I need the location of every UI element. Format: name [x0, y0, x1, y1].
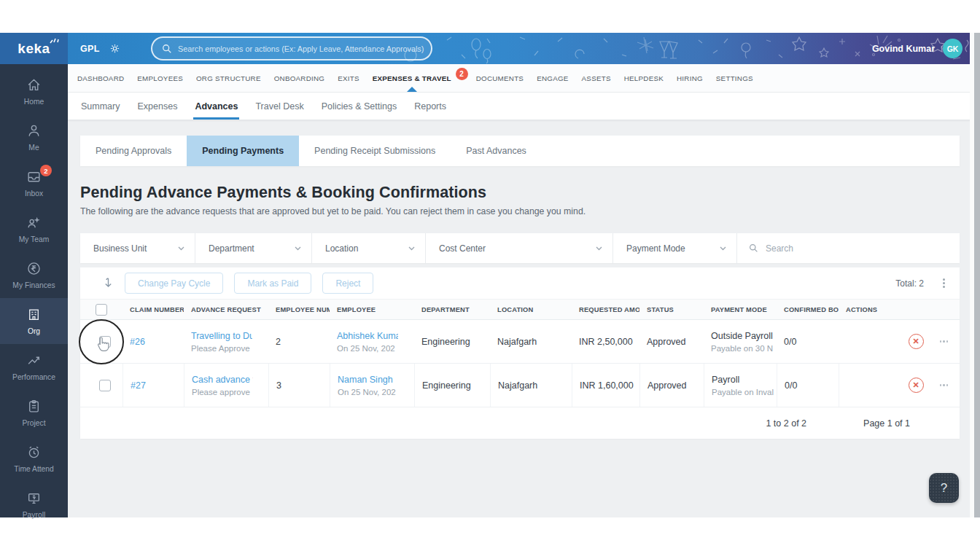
gear-icon[interactable] [109, 43, 120, 54]
col-location[interactable]: LOCATION [490, 306, 572, 313]
nav-onboarding[interactable]: ONBOARDING [268, 64, 331, 92]
tab-pending-approvals[interactable]: Pending Approvals [80, 136, 187, 166]
employee-link[interactable]: Abhishek Kuma [337, 331, 398, 341]
tab-pending-payments[interactable]: Pending Payments [187, 136, 299, 166]
sidebar-item-my-team[interactable]: My Team [0, 206, 68, 252]
sidebar-item-time-attend[interactable]: Time Attend [0, 436, 68, 482]
sidebar-item-me[interactable]: Me [0, 114, 68, 160]
global-search-placeholder: Search employees or actions (Ex: Apply L… [178, 44, 424, 53]
table-search-input[interactable]: Search [737, 233, 960, 263]
page-subtitle: The following are the advance requests t… [80, 206, 960, 216]
col-department[interactable]: DEPARTMENT [414, 306, 490, 313]
col-employee-number[interactable]: EMPLOYEE NUMBER [268, 306, 330, 313]
col-status[interactable]: STATUS [639, 306, 704, 313]
table-card: Change Pay Cycle Mark as Paid Reject Tot… [80, 267, 960, 439]
col-payment-mode[interactable]: PAYMENT MODE [704, 306, 777, 313]
sidebar-item-project[interactable]: Project [0, 390, 68, 436]
mark-as-paid-button[interactable]: Mark as Paid [234, 273, 311, 294]
filter-business-unit[interactable]: Business Unit [80, 233, 195, 263]
subnav-reports[interactable]: Reports [405, 93, 455, 120]
tab-pending-receipt-submissions[interactable]: Pending Receipt Submissions [299, 136, 451, 166]
nav-helpdesk[interactable]: HELPDESK [618, 64, 670, 92]
nav-hiring[interactable]: HIRING [670, 64, 709, 92]
subnav-policies-settings[interactable]: Policies & Settings [313, 93, 406, 120]
hand-cursor-icon [95, 336, 109, 353]
column-settings-icon[interactable] [943, 278, 945, 288]
nav-settings[interactable]: SETTINGS [709, 64, 760, 92]
nav-engage[interactable]: ENGAGE [530, 64, 575, 92]
col-actions[interactable]: ACTIONS [839, 306, 960, 313]
filter-cost-center[interactable]: Cost Center [426, 233, 613, 263]
sidebar-item-payroll[interactable]: Payroll [0, 482, 68, 528]
team-icon [26, 215, 42, 230]
pagination-range: 1 to 2 of 2 [766, 418, 806, 429]
sidebar-item-home[interactable]: Home [0, 69, 68, 114]
finances-icon [26, 261, 42, 276]
advance-request-link[interactable]: Travelling to Du [191, 331, 252, 341]
filter-location[interactable]: Location [312, 233, 426, 263]
row-more-icon[interactable] [940, 340, 949, 343]
active-nav-caret [407, 87, 417, 92]
nav-assets[interactable]: ASSETS [575, 64, 618, 92]
sidebar-item-performance[interactable]: Performance [0, 344, 68, 390]
filter-payment-mode[interactable]: Payment Mode [613, 233, 737, 263]
sidebar-item-my-finances[interactable]: My Finances [0, 252, 68, 298]
chevron-down-icon [295, 246, 301, 251]
app-window: keka GPL [0, 33, 974, 517]
reject-row-icon[interactable]: ✕ [909, 334, 924, 349]
chevron-down-icon [596, 246, 602, 251]
page: keka GPL [0, 0, 980, 551]
select-all-checkbox[interactable] [96, 304, 107, 316]
claim-number-link[interactable]: #26 [130, 337, 184, 347]
subnav-advances[interactable]: Advances [186, 93, 246, 120]
reject-row-icon[interactable]: ✕ [909, 378, 924, 393]
search-icon [749, 243, 758, 253]
nav-exits[interactable]: EXITS [331, 64, 366, 92]
subnav-summary[interactable]: Summary [72, 93, 128, 120]
logo-spark-icon [49, 36, 59, 44]
advance-request-link[interactable]: Cash advance f [192, 375, 253, 385]
nav-employees[interactable]: EMPLOYEES [131, 64, 190, 92]
col-requested-amount[interactable]: REQUESTED AMOUNT [572, 306, 639, 313]
inbox-icon [26, 169, 42, 184]
col-claim-number[interactable]: CLAIM NUMBER [122, 306, 184, 313]
claim-number-link[interactable]: #27 [131, 380, 184, 391]
nav-documents[interactable]: DOCUMENTS [470, 64, 530, 92]
sidebar-item-inbox[interactable]: 2 Inbox [0, 160, 68, 206]
download-icon[interactable] [102, 277, 114, 290]
nav-org-structure[interactable]: ORG STRUCTURE [190, 64, 268, 92]
row-more-icon[interactable] [940, 384, 949, 386]
employee-link[interactable]: Naman Singh [338, 375, 399, 385]
help-button[interactable]: ? [929, 473, 959, 503]
tab-strip: Pending Approvals Pending Payments Pendi… [80, 136, 960, 166]
global-search-input[interactable]: Search employees or actions (Ex: Apply L… [151, 36, 432, 60]
main-area: DASHBOARD EMPLOYEES ORG STRUCTURE ONBOAR… [68, 64, 974, 517]
nav-expenses-travel[interactable]: EXPENSES & TRAVEL 2 [366, 64, 458, 92]
nav-dashboard[interactable]: DASHBOARD [71, 64, 131, 92]
user-name: Govind Kumar [872, 44, 935, 54]
subnav-travel-desk[interactable]: Travel Desk [246, 93, 312, 120]
tab-past-advances[interactable]: Past Advances [451, 136, 542, 166]
reject-button[interactable]: Reject [322, 273, 373, 294]
filter-department[interactable]: Department [195, 233, 312, 263]
page-title: Pending Advance Payments & Booking Confi… [80, 184, 960, 202]
org-code: GPL [80, 44, 100, 54]
pagination-page[interactable]: Page 1 of 1 [863, 418, 910, 429]
chevron-down-icon [408, 246, 415, 251]
keka-logo[interactable]: keka [0, 33, 68, 64]
content: Pending Approvals Pending Payments Pendi… [68, 120, 974, 517]
avatar[interactable]: GK [943, 39, 962, 58]
change-pay-cycle-button[interactable]: Change Pay Cycle [125, 273, 223, 294]
subnav-expenses[interactable]: Expenses [128, 93, 186, 120]
col-advance-request[interactable]: ADVANCE REQUEST [184, 306, 268, 313]
project-icon [26, 399, 42, 414]
table-row: #27 Cash advance f Please approve 3 Nama… [80, 364, 960, 407]
col-employee[interactable]: EMPLOYEE [330, 306, 414, 313]
sub-nav: Summary Expenses Advances Travel Desk Po… [68, 93, 974, 120]
row-checkbox[interactable] [99, 380, 111, 391]
col-confirmed-booking[interactable]: CONFIRMED BOOKING [777, 306, 839, 313]
sidebar-item-org[interactable]: Org [0, 298, 68, 344]
scrollbar[interactable] [974, 33, 980, 517]
inbox-badge: 2 [40, 165, 52, 176]
filter-bar: Business Unit Department Location Cost C… [80, 233, 960, 263]
